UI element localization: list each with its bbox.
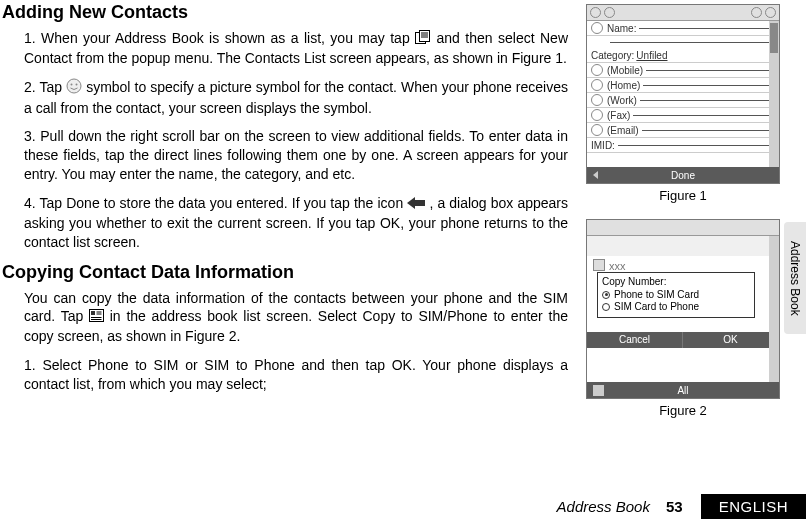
footer-language-box: ENGLISH <box>701 494 806 519</box>
contact-item-icon <box>593 259 605 271</box>
status-icon <box>751 7 762 18</box>
svg-rect-9 <box>91 311 95 315</box>
dialog-title: Copy Number: <box>602 276 750 287</box>
tab-all[interactable]: All <box>677 385 688 396</box>
category-row[interactable]: Category: Unfiled <box>587 48 779 63</box>
figure-2-phone-mock: xxx Copy Number: Phone to SIM Card SIM C… <box>586 219 780 399</box>
face-icon <box>591 22 603 34</box>
side-tab-label: Address Book <box>788 241 802 316</box>
tabbar-icon[interactable] <box>593 385 604 396</box>
step-4: 4. Tap Done to store the data you entere… <box>24 194 568 252</box>
work-icon <box>591 94 603 106</box>
imid-row[interactable]: IMID: <box>587 138 779 153</box>
figure-1-caption: Figure 1 <box>584 188 782 203</box>
status-icon <box>604 7 615 18</box>
step-3: 3. Pull down the right scroll bar on the… <box>24 127 568 184</box>
name-label: Name: <box>607 23 636 34</box>
name-row[interactable]: Name: <box>587 21 779 36</box>
svg-point-7 <box>76 83 78 85</box>
svg-rect-1 <box>420 30 430 41</box>
address-card-icon <box>89 308 104 327</box>
footer-section-label: Address Book <box>557 498 650 515</box>
option-sim-to-phone[interactable]: SIM Card to Phone <box>602 301 750 312</box>
side-tab-address-book: Address Book <box>784 222 806 334</box>
radio-selected-icon <box>602 291 610 299</box>
copy-step-1: 1. Select Phone to SIM or SIM to Phone a… <box>24 356 568 394</box>
back-caret-icon[interactable] <box>593 171 598 179</box>
imid-label: IMID: <box>591 140 615 151</box>
mobile-icon <box>591 64 603 76</box>
svg-point-6 <box>71 83 73 85</box>
phone1-scrollbar[interactable] <box>769 21 779 167</box>
mobile-row[interactable]: (Mobile) <box>587 63 779 78</box>
back-arrow-icon <box>407 195 425 214</box>
step-2: 2. Tap symbol to specify a picture symbo… <box>24 78 568 118</box>
step-2-text-b: symbol to specify a picture symbol for t… <box>24 79 568 116</box>
status-icon <box>765 7 776 18</box>
heading-copying-contact-data: Copying Contact Data Information <box>2 262 568 283</box>
phone2-tabbar: All <box>587 382 779 398</box>
radio-unselected-icon <box>602 303 610 311</box>
phone1-topbar <box>587 5 779 21</box>
figure-2-caption: Figure 2 <box>584 403 782 418</box>
picture-symbol-icon <box>66 78 82 99</box>
phone2-topbar <box>587 220 779 236</box>
fax-row[interactable]: (Fax) <box>587 108 779 123</box>
name-row-2[interactable] <box>587 36 779 48</box>
contact-item-text: xxx <box>609 260 626 272</box>
dialog-button-bar: Cancel OK <box>587 332 779 348</box>
step-4-text-a: 4. Tap Done to store the data you entere… <box>24 195 407 211</box>
fax-label: (Fax) <box>607 110 630 121</box>
phone2-gray-area <box>587 236 779 256</box>
option-phone-to-sim-label: Phone to SIM Card <box>614 289 699 300</box>
figure-1-phone-mock: Name: Category: Unfiled (Mobile) (Home) <box>586 4 780 184</box>
email-label: (Email) <box>607 125 639 136</box>
home-label: (Home) <box>607 80 640 91</box>
work-row[interactable]: (Work) <box>587 93 779 108</box>
home-icon <box>591 79 603 91</box>
work-label: (Work) <box>607 95 637 106</box>
phone1-bottombar: Done <box>587 167 779 183</box>
heading-adding-contacts: Adding New Contacts <box>2 2 568 23</box>
status-icon <box>590 7 601 18</box>
fax-icon <box>591 109 603 121</box>
email-row[interactable]: (Email) <box>587 123 779 138</box>
menu-card-icon <box>415 30 431 49</box>
copy-para-1b: in the address book list screen. Select … <box>24 308 568 344</box>
svg-point-5 <box>67 79 81 93</box>
cancel-button[interactable]: Cancel <box>587 332 683 348</box>
option-phone-to-sim[interactable]: Phone to SIM Card <box>602 289 750 300</box>
page-footer: Address Book 53 ENGLISH <box>0 493 806 519</box>
copy-number-dialog: Copy Number: Phone to SIM Card SIM Card … <box>597 272 755 318</box>
step-1: 1. When your Address Book is shown as a … <box>24 29 568 68</box>
home-row[interactable]: (Home) <box>587 78 779 93</box>
email-icon <box>591 124 603 136</box>
step-1-text-a: 1. When your Address Book is shown as a … <box>24 30 415 46</box>
copy-para-1: You can copy the data information of the… <box>24 289 568 347</box>
option-sim-to-phone-label: SIM Card to Phone <box>614 301 699 312</box>
done-button[interactable]: Done <box>671 170 695 181</box>
category-label: Category: <box>591 50 634 61</box>
category-value: Unfiled <box>636 50 667 61</box>
ok-button[interactable]: OK <box>683 332 779 348</box>
footer-page-number: 53 <box>666 498 683 515</box>
mobile-label: (Mobile) <box>607 65 643 76</box>
phone2-scrollbar[interactable] <box>769 236 779 382</box>
step-2-text-a: 2. Tap <box>24 79 66 95</box>
